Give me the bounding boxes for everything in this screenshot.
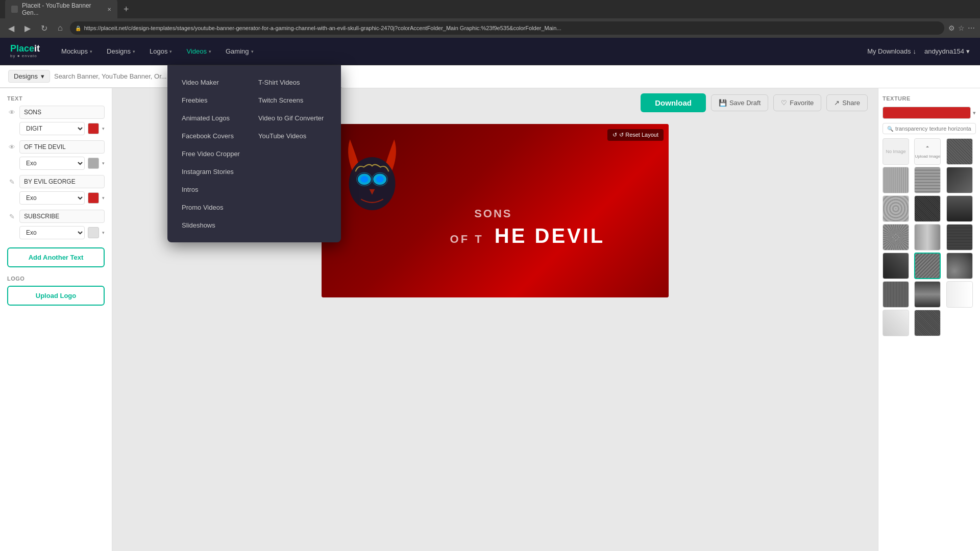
- more-icon[interactable]: ⋯: [968, 24, 975, 32]
- color-swatch-1[interactable]: [88, 123, 99, 134]
- swatch-chevron-4: ▾: [102, 230, 105, 235]
- dropdown-twitch-screens[interactable]: Twitch Screens: [254, 91, 331, 109]
- dropdown-intros[interactable]: Intros: [178, 181, 254, 198]
- visibility-toggle-1[interactable]: 👁: [7, 108, 16, 117]
- texture-item-8[interactable]: [883, 224, 909, 251]
- nav-logos[interactable]: Logos ▾: [143, 44, 178, 58]
- save-draft-button[interactable]: 💾 Save Draft: [711, 94, 768, 111]
- color-swatch-3[interactable]: [88, 192, 99, 204]
- texture-item-10[interactable]: [946, 224, 973, 251]
- home-button[interactable]: ⌂: [55, 21, 66, 35]
- download-button[interactable]: Download: [641, 93, 706, 112]
- bookmark-icon[interactable]: ☆: [958, 24, 965, 32]
- texture-item-5[interactable]: [883, 195, 909, 222]
- tab-close-icon[interactable]: ✕: [107, 7, 111, 12]
- user-menu[interactable]: andyydna154 ▾: [924, 47, 970, 55]
- texture-item-15[interactable]: [914, 281, 941, 308]
- texture-item-17[interactable]: [883, 310, 909, 336]
- favorite-button[interactable]: ♡ Favorite: [773, 94, 821, 111]
- visibility-toggle-3[interactable]: ✎: [7, 177, 16, 186]
- swatch-chevron-1: ▾: [102, 126, 105, 131]
- texture-item-6[interactable]: [914, 195, 941, 222]
- nav-videos[interactable]: Videos ▾: [180, 44, 217, 58]
- dropdown-animated-logos[interactable]: Animated Logos: [178, 109, 254, 127]
- reset-layout-button[interactable]: ↺ ↺ Reset Layout: [607, 129, 664, 141]
- visibility-toggle-2[interactable]: 👁: [7, 142, 16, 152]
- back-button[interactable]: ◀: [5, 21, 17, 35]
- dropdown-free-video-cropper[interactable]: Free Video Cropper: [178, 145, 254, 163]
- swatch-chevron-2: ▾: [102, 161, 105, 166]
- text-value-1[interactable]: SONS: [19, 106, 105, 119]
- dropdown-video-gif-converter[interactable]: Video to Gif Converter: [254, 109, 331, 127]
- texture-item-14[interactable]: [883, 281, 909, 308]
- search-category-selector[interactable]: Designs ▾: [8, 70, 50, 83]
- text-row-2: 👁 OF THE DEVIL: [7, 140, 105, 154]
- dropdown-freebies[interactable]: Freebies: [178, 91, 254, 109]
- font-select-3[interactable]: Exo: [19, 191, 85, 205]
- texture-item-9[interactable]: [914, 224, 941, 251]
- text-value-3[interactable]: BY EVIL GEORGE: [19, 175, 105, 188]
- texture-search-input[interactable]: [895, 126, 971, 132]
- user-chevron-icon: ▾: [966, 47, 970, 55]
- color-swatch-2[interactable]: [88, 158, 99, 169]
- nav-mockups[interactable]: Mockups ▾: [55, 44, 99, 58]
- texture-item-1[interactable]: [946, 138, 973, 165]
- visibility-toggle-4[interactable]: ✎: [7, 212, 16, 221]
- text-row-3: ✎ BY EVIL GEORGE: [7, 175, 105, 188]
- texture-item-2[interactable]: [883, 167, 909, 193]
- browser-tab[interactable]: Placeit - YouTube Banner Gen... ✕: [5, 0, 117, 19]
- logo[interactable]: Placeit by ● envato: [10, 44, 40, 59]
- font-select-4[interactable]: Exo: [19, 226, 85, 239]
- share-button[interactable]: ↗ Share: [826, 94, 868, 111]
- forward-button[interactable]: ▶: [21, 21, 34, 35]
- save-draft-label: Save Draft: [729, 99, 761, 107]
- texture-no-image[interactable]: No Image: [883, 138, 909, 165]
- text-value-2[interactable]: OF THE DEVIL: [19, 140, 105, 154]
- my-downloads-link[interactable]: My Downloads ↓: [867, 47, 916, 55]
- nav-designs[interactable]: Designs ▾: [101, 44, 141, 58]
- texture-item-12[interactable]: [914, 253, 941, 279]
- browser-toolbar: ◀ ▶ ↻ ⌂ 🔒 https://placeit.net/c/design-t…: [0, 18, 980, 38]
- right-panel: Texture ▾ 🔍 No Image Upload Image: [878, 88, 980, 551]
- texture-item-16[interactable]: [946, 281, 973, 308]
- text-row-4: ✎ SUBSCRIBE: [7, 210, 105, 223]
- dropdown-youtube-videos[interactable]: YouTube Videos: [254, 127, 331, 145]
- extensions-icon[interactable]: ⚙: [948, 24, 955, 32]
- texture-item-3[interactable]: [914, 167, 941, 193]
- add-text-button[interactable]: Add Another Text: [7, 247, 105, 267]
- heart-icon: ♡: [781, 99, 787, 107]
- dropdown-instagram-stories[interactable]: Instagram Stories: [178, 163, 254, 181]
- font-select-1[interactable]: DIGIT: [19, 122, 85, 135]
- dropdown-promo-videos[interactable]: Promo Videos: [178, 198, 254, 216]
- canvas-toolbar: Download 💾 Save Draft ♡ Favorite ↗ Share: [641, 93, 868, 112]
- texture-item-11[interactable]: [883, 253, 909, 279]
- texture-item-18[interactable]: [914, 310, 941, 336]
- dropdown-slideshows[interactable]: Slideshows: [178, 216, 254, 234]
- texture-item-7[interactable]: [946, 195, 973, 222]
- new-tab-icon[interactable]: +: [124, 4, 129, 15]
- nav-logos-chevron: ▾: [169, 49, 172, 54]
- dropdown-video-maker[interactable]: Video Maker: [178, 73, 254, 91]
- nav-gaming[interactable]: Gaming ▾: [219, 44, 260, 58]
- dropdown-tshirt-videos[interactable]: T-Shirt Videos: [254, 73, 331, 91]
- username-label: andyydna154: [924, 47, 964, 55]
- address-bar[interactable]: 🔒 https://placeit.net/c/design-templates…: [70, 21, 944, 35]
- texture-upload[interactable]: Upload Image: [914, 138, 941, 165]
- refresh-button[interactable]: ↻: [38, 21, 51, 35]
- nav-menu: Mockups ▾ Designs ▾ Logos ▾ Videos ▾ Gam…: [55, 44, 852, 58]
- font-row-1: DIGIT ▾: [19, 122, 105, 135]
- font-select-2[interactable]: Exo: [19, 157, 85, 170]
- texture-item-4[interactable]: [946, 167, 973, 193]
- color-swatch-4[interactable]: [88, 227, 99, 238]
- banner-sons-text: SONS: [474, 207, 512, 220]
- texture-color-swatch[interactable]: [883, 107, 971, 119]
- dropdown-col2: T-Shirt Videos Twitch Screens Video to G…: [254, 73, 331, 234]
- search-category-label: Designs: [14, 72, 38, 80]
- browser-chrome: Placeit - YouTube Banner Gen... ✕ +: [0, 0, 980, 18]
- upload-logo-button[interactable]: Upload Logo: [7, 286, 105, 306]
- nav-gaming-chevron: ▾: [251, 49, 254, 54]
- text-value-4[interactable]: SUBSCRIBE: [19, 210, 105, 223]
- videos-dropdown: Video Maker Freebies Animated Logos Face…: [167, 65, 341, 242]
- dropdown-facebook-covers[interactable]: Facebook Covers: [178, 127, 254, 145]
- texture-item-13[interactable]: [946, 253, 973, 279]
